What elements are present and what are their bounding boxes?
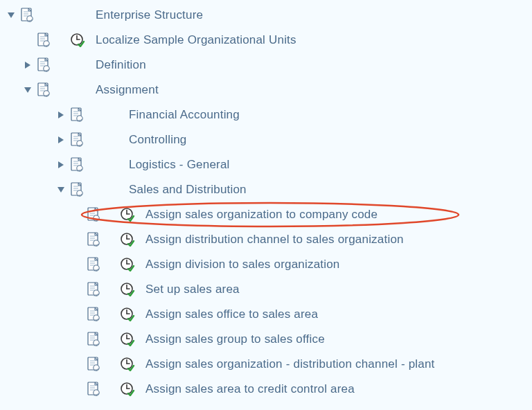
document-icon xyxy=(86,231,103,248)
expand-toggle[interactable] xyxy=(53,132,69,148)
node-sd-activity[interactable]: Set up sales area xyxy=(3,277,532,302)
node-sd-activity[interactable]: Assign division to sales organization xyxy=(3,252,532,277)
document-icon xyxy=(86,381,103,398)
node-sd-activity[interactable]: Assign sales group to sales office xyxy=(3,327,532,352)
clock-icon xyxy=(119,281,136,298)
document-icon xyxy=(36,57,53,73)
node-label: Assign distribution channel to sales org… xyxy=(136,233,404,247)
node-label: Set up sales area xyxy=(136,283,240,296)
node-label: Assignment xyxy=(86,83,159,97)
node-sd-activity[interactable]: Assign distribution channel to sales org… xyxy=(3,227,532,252)
clock-icon xyxy=(119,231,136,248)
document-icon xyxy=(86,331,103,348)
node-label: Assign sales organization to company cod… xyxy=(136,208,378,222)
node-label: Assign sales group to sales office xyxy=(136,332,325,346)
collapse-toggle[interactable] xyxy=(19,82,36,98)
sd-children: Assign sales organization to company cod… xyxy=(3,202,532,402)
node-sd-activity[interactable]: Assign sales organization - distribution… xyxy=(3,352,532,377)
expand-toggle[interactable] xyxy=(53,157,69,173)
node-controlling[interactable]: Controlling xyxy=(3,127,532,152)
node-enterprise-structure[interactable]: Enterprise Structure xyxy=(3,3,532,28)
img-tree: Enterprise Structure Localize Sample Org… xyxy=(0,0,532,402)
document-icon xyxy=(19,7,36,24)
node-label: Assign sales area to credit control area xyxy=(136,382,355,396)
document-icon xyxy=(86,281,103,298)
collapse-toggle[interactable] xyxy=(53,181,69,198)
document-icon xyxy=(86,206,103,223)
node-label: Logistics - General xyxy=(119,158,230,172)
node-label: Definition xyxy=(86,58,146,72)
expand-toggle[interactable] xyxy=(53,107,69,123)
document-icon xyxy=(69,132,86,148)
node-label: Assign sales organization - distribution… xyxy=(136,357,435,371)
node-label: Assign division to sales organization xyxy=(136,258,340,271)
document-icon xyxy=(69,107,86,123)
node-definition[interactable]: Definition xyxy=(3,53,532,78)
clock-icon xyxy=(119,381,136,398)
node-label: Assign sales office to sales area xyxy=(136,308,318,321)
node-sales-and-distribution[interactable]: Sales and Distribution xyxy=(3,177,532,202)
node-localize[interactable]: Localize Sample Organizational Units xyxy=(3,28,532,53)
clock-icon xyxy=(119,306,136,323)
document-icon xyxy=(36,32,53,48)
document-icon xyxy=(86,356,103,373)
clock-icon xyxy=(119,256,136,273)
clock-icon xyxy=(119,331,136,348)
expand-toggle[interactable] xyxy=(19,57,36,73)
clock-icon xyxy=(69,32,86,48)
node-logistics-general[interactable]: Logistics - General xyxy=(3,152,532,177)
node-financial-accounting[interactable]: Financial Accounting xyxy=(3,102,532,127)
node-label: Localize Sample Organizational Units xyxy=(86,33,296,47)
document-icon xyxy=(86,256,103,273)
document-icon xyxy=(86,306,103,323)
node-sd-activity[interactable]: Assign sales office to sales area xyxy=(3,302,532,327)
document-icon xyxy=(69,157,86,173)
node-label: Controlling xyxy=(119,133,186,147)
document-icon xyxy=(36,82,53,98)
collapse-toggle[interactable] xyxy=(3,7,19,24)
document-icon xyxy=(69,181,86,198)
node-label: Financial Accounting xyxy=(119,108,240,122)
clock-icon xyxy=(119,206,136,223)
node-sd-activity[interactable]: Assign sales organization to company cod… xyxy=(3,202,532,227)
node-label: Sales and Distribution xyxy=(119,183,247,197)
clock-icon xyxy=(119,356,136,373)
node-assignment[interactable]: Assignment xyxy=(3,78,532,102)
node-label: Enterprise Structure xyxy=(86,8,203,22)
node-sd-activity[interactable]: Assign sales area to credit control area xyxy=(3,377,532,402)
